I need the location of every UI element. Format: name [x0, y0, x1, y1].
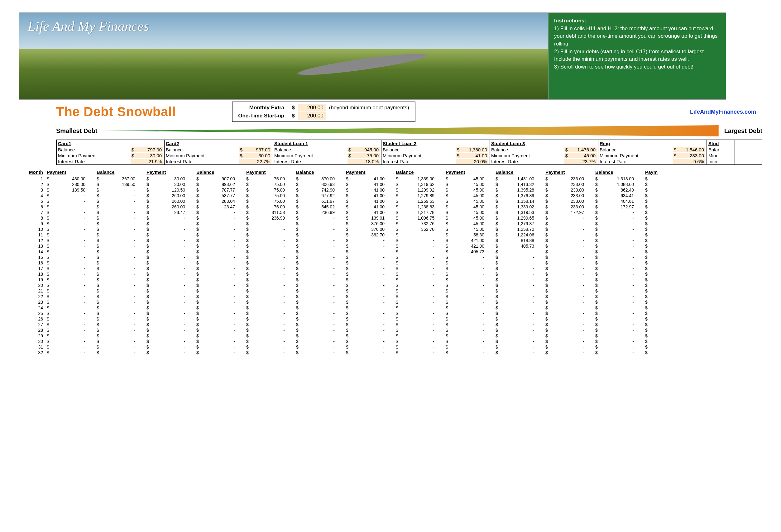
- min-payment-input[interactable]: 41.00: [460, 153, 488, 158]
- sched-cell: $236.99: [294, 210, 344, 215]
- table-row: 24$-$-$-$-$-$-$-$-$-$-$-$-$: [26, 305, 693, 311]
- sched-cell: $-: [294, 333, 344, 339]
- sched-cell: $-: [344, 271, 394, 277]
- table-row: 23$-$-$-$-$-$-$-$-$-$-$-$-$: [26, 299, 693, 305]
- debt-name[interactable]: Student Loan 2: [381, 140, 490, 147]
- sched-cell: $-: [294, 260, 344, 266]
- sched-cell: $1,413.32: [494, 182, 543, 187]
- balance-input[interactable]: 937.00: [243, 147, 272, 152]
- debt-name[interactable]: Student Loan 3: [490, 140, 598, 147]
- min-payment-label: Minimum Payment: [383, 153, 456, 158]
- sched-cell: $-: [444, 339, 494, 344]
- sched-cell: $-: [494, 344, 543, 350]
- min-payment-label: Minimum Payment: [274, 153, 347, 158]
- rate-input[interactable]: 18.0%: [352, 159, 380, 164]
- sched-cell-partial: $: [643, 232, 693, 238]
- debt-name[interactable]: Card2: [165, 140, 273, 147]
- sched-cell: $1,258.70: [494, 226, 543, 232]
- balance-input[interactable]: 1,546.00: [677, 147, 705, 152]
- sched-cell: $870.00: [294, 176, 344, 182]
- sched-cell: $-: [543, 288, 593, 294]
- sched-cell: $283.04: [195, 198, 244, 204]
- rate-input[interactable]: 9.6%: [677, 159, 705, 164]
- sched-cell: $-: [95, 322, 145, 327]
- min-payment-input[interactable]: 45.00: [569, 153, 597, 158]
- sched-cell: $1,376.89: [494, 193, 543, 198]
- sched-cell: $-: [244, 255, 294, 260]
- month-cell: 3: [26, 187, 45, 193]
- sched-cell: $787.77: [195, 187, 244, 193]
- sched-cell: $-: [95, 255, 145, 260]
- sched-cell-partial: $: [643, 282, 693, 288]
- sched-cell: $-: [244, 260, 294, 266]
- sched-cell: $-: [394, 294, 444, 299]
- sched-cell: $-: [593, 232, 643, 238]
- sched-cell: $-: [593, 311, 643, 316]
- sched-cell: $41.00: [344, 210, 394, 215]
- sched-cell: $-: [494, 260, 543, 266]
- sched-cell: $634.41: [593, 193, 643, 198]
- sched-cell: $58.30: [444, 232, 494, 238]
- rate-input[interactable]: 21.9%: [135, 159, 163, 164]
- sched-cell: $-: [244, 232, 294, 238]
- rate-input[interactable]: 22.7%: [243, 159, 272, 164]
- sched-cell: $907.00: [195, 176, 244, 182]
- sched-cell: $-: [593, 210, 643, 215]
- sched-cell: $-: [145, 282, 195, 288]
- sched-cell: $-: [195, 327, 244, 333]
- monthly-extra-input[interactable]: 200.00: [298, 104, 326, 112]
- sched-cell: $-: [45, 271, 95, 277]
- startup-input[interactable]: 200.00: [298, 112, 326, 120]
- largest-debt-label: Largest Debt: [724, 127, 762, 135]
- sched-cell: $-: [45, 249, 95, 255]
- min-payment-input[interactable]: 233.00: [677, 153, 705, 158]
- min-payment-input[interactable]: 75.00: [352, 153, 380, 158]
- sched-cell: $-: [145, 249, 195, 255]
- sched-cell: $-: [244, 333, 294, 339]
- sched-cell: $-: [593, 288, 643, 294]
- sched-cell: $-: [45, 288, 95, 294]
- month-cell: 1: [26, 176, 45, 182]
- table-row: 19$-$-$-$-$-$-$-$-$-$-$-$-$: [26, 277, 693, 282]
- sched-cell: $-: [494, 266, 543, 271]
- sched-cell: $367.00: [95, 176, 145, 182]
- sched-cell: $-: [195, 221, 244, 226]
- rate-input[interactable]: 20.0%: [460, 159, 488, 164]
- sched-cell: $-: [294, 350, 344, 355]
- sched-cell-partial: $: [643, 288, 693, 294]
- rate-input[interactable]: 23.7%: [569, 159, 597, 164]
- sched-cell: $-: [543, 232, 593, 238]
- sched-cell: $-: [145, 344, 195, 350]
- min-payment-input[interactable]: 30.00: [135, 153, 163, 158]
- sched-cell: $233.00: [543, 182, 593, 187]
- sched-cell: $-: [244, 238, 294, 243]
- sched-cell: $-: [145, 260, 195, 266]
- sched-cell: $-: [444, 294, 494, 299]
- sched-cell: $-: [593, 266, 643, 271]
- balance-input[interactable]: 1,476.00: [569, 147, 597, 152]
- sched-cell: $-: [394, 327, 444, 333]
- site-link[interactable]: LifeAndMyFinances.com: [690, 109, 756, 115]
- sched-cell: $-: [195, 288, 244, 294]
- table-row: 16$-$-$-$-$-$-$-$-$-$-$-$-$: [26, 260, 693, 266]
- balance-input[interactable]: 945.00: [352, 147, 380, 152]
- sched-cell: $-: [45, 243, 95, 249]
- debt-name[interactable]: Ring: [599, 140, 706, 147]
- sched-cell: $-: [294, 344, 344, 350]
- balance-label: Balance: [274, 147, 347, 152]
- table-row: 4$-$-$260.00$537.77$75.00$677.92$41.00$1…: [26, 193, 693, 198]
- debt-name[interactable]: Card1: [57, 140, 164, 147]
- sched-cell: $-: [394, 249, 444, 255]
- month-cell: 10: [26, 226, 45, 232]
- balance-input[interactable]: 797.00: [135, 147, 163, 152]
- sched-cell: $-: [394, 255, 444, 260]
- sched-cell: $-: [45, 344, 95, 350]
- sched-cell: $362.70: [344, 232, 394, 238]
- sched-cell: $-: [244, 311, 294, 316]
- balance-input[interactable]: 1,380.00: [460, 147, 488, 152]
- min-payment-input[interactable]: 30.00: [243, 153, 272, 158]
- sched-cell: $-: [145, 350, 195, 355]
- debt-name[interactable]: Student Loan 1: [273, 140, 381, 147]
- sched-cell: $-: [145, 221, 195, 226]
- sched-cell: $233.00: [543, 176, 593, 182]
